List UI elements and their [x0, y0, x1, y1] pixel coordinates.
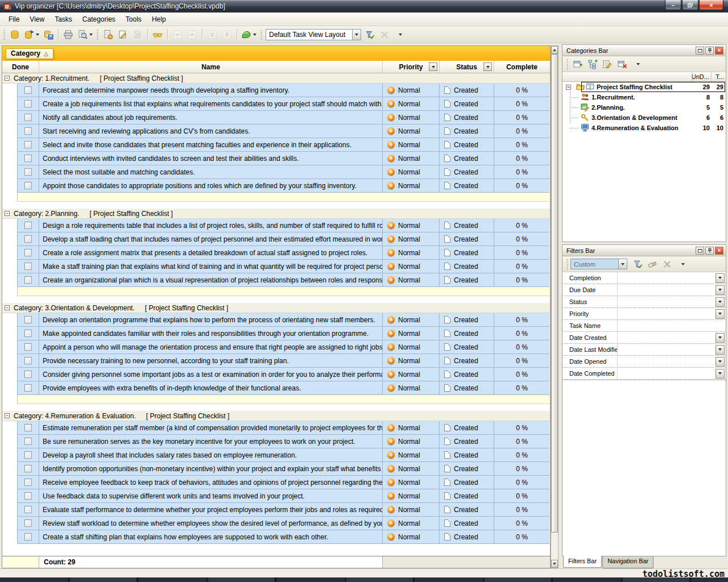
- filter-value-area[interactable]: [617, 356, 714, 367]
- task-row[interactable]: Use feedback data to supervise different…: [2, 489, 550, 503]
- panel-pin-button[interactable]: [705, 247, 714, 255]
- filter-row-task-name[interactable]: Task Name: [562, 320, 726, 332]
- add-subcategory-button[interactable]: [586, 57, 599, 71]
- filter-row-date-created[interactable]: Date Created: [562, 332, 726, 344]
- toolbar-overflow-button[interactable]: [675, 257, 689, 271]
- panel-restore-button[interactable]: [696, 47, 704, 55]
- menu-file[interactable]: File: [3, 14, 24, 25]
- filter-row-priority[interactable]: Priority: [562, 308, 726, 320]
- task-done-checkbox[interactable]: [24, 506, 32, 513]
- task-row[interactable]: Design a role requirements table that in…: [2, 219, 550, 232]
- task-done-checkbox[interactable]: [24, 384, 32, 392]
- task-done-checkbox[interactable]: [24, 357, 32, 364]
- quick-filter-button[interactable]: [240, 28, 258, 41]
- clear-filter-button[interactable]: [646, 257, 659, 271]
- vertical-scrollbar[interactable]: [551, 45, 559, 568]
- new-task-spacer-row[interactable]: [2, 395, 550, 404]
- task-row[interactable]: Identify promotion opportunities (non-mo…: [2, 462, 550, 476]
- task-row[interactable]: Notify all candidates about job requirem…: [2, 111, 550, 124]
- task-row[interactable]: Estimate remuneration per staff member (…: [2, 421, 550, 435]
- task-row[interactable]: Develop a staff loading chart that inclu…: [2, 232, 550, 246]
- new-database-button[interactable]: [8, 28, 22, 41]
- filter-row-status[interactable]: Status: [562, 296, 726, 308]
- delete-filter-button[interactable]: [660, 257, 674, 271]
- task-done-checkbox[interactable]: [24, 168, 32, 176]
- scroll-down-button[interactable]: [551, 560, 558, 568]
- category-group-header[interactable]: −Category: 4.Remuneration & Evaluation.[…: [2, 411, 550, 421]
- task-done-checkbox[interactable]: [24, 114, 32, 121]
- task-done-checkbox[interactable]: [24, 127, 32, 135]
- column-header-complete[interactable]: Complete: [494, 61, 549, 73]
- task-row[interactable]: Create a job requirements list that expl…: [2, 97, 550, 111]
- filter-dropdown-button[interactable]: [715, 297, 725, 307]
- move-up-button[interactable]: [185, 28, 199, 41]
- task-row[interactable]: Forecast and determine manpower needs th…: [2, 84, 550, 97]
- task-done-checkbox[interactable]: [24, 276, 32, 284]
- edit-category-button[interactable]: [601, 57, 614, 71]
- new-task-spacer-row[interactable]: [2, 193, 550, 202]
- task-done-checkbox[interactable]: [24, 249, 32, 256]
- task-row[interactable]: Select the most suitable and matching ca…: [2, 165, 550, 179]
- filter-dropdown-button[interactable]: [715, 273, 725, 283]
- filter-value-area[interactable]: [617, 320, 726, 331]
- task-done-checkbox[interactable]: [24, 235, 32, 243]
- category-group-header[interactable]: −Category: 2.Planning.[ Project Staffing…: [2, 209, 550, 219]
- delete-layout-button[interactable]: [378, 28, 391, 41]
- move-top-button[interactable]: [220, 28, 234, 41]
- filter-value-area[interactable]: [617, 368, 714, 379]
- menu-categories[interactable]: Categories: [77, 14, 121, 25]
- scrollbar-thumb[interactable]: [551, 54, 558, 533]
- task-done-checkbox[interactable]: [24, 465, 32, 472]
- tab-filters-bar[interactable]: Filters Bar: [563, 556, 602, 568]
- task-done-checkbox[interactable]: [24, 100, 32, 107]
- apply-filter-button[interactable]: [631, 257, 644, 271]
- filter-preset-combo[interactable]: Custom: [570, 259, 627, 269]
- apply-layout-button[interactable]: [363, 28, 377, 41]
- add-category-button[interactable]: [571, 57, 585, 71]
- task-done-checkbox[interactable]: [24, 519, 32, 527]
- filter-row-date-last-modifie[interactable]: Date Last Modifie: [562, 344, 726, 356]
- panel-close-button[interactable]: ×: [715, 247, 723, 255]
- task-row[interactable]: Consider giving personnel some important…: [2, 368, 550, 381]
- column-total[interactable]: T...: [711, 72, 726, 81]
- menu-view[interactable]: View: [24, 14, 49, 25]
- layout-combo[interactable]: Default Task View Layout: [266, 29, 361, 40]
- task-row[interactable]: Develop a payroll sheet that includes sa…: [2, 448, 550, 462]
- priority-filter-dropdown[interactable]: [429, 63, 437, 71]
- filter-value-area[interactable]: [617, 332, 714, 343]
- panel-close-button[interactable]: ×: [715, 47, 723, 55]
- filter-value-area[interactable]: [617, 284, 714, 296]
- tree-item[interactable]: 2.Planning.55: [562, 102, 726, 113]
- task-row[interactable]: Conduct interviews with invited candidat…: [2, 152, 550, 165]
- category-group-header[interactable]: −Category: 3.Orientation & Development.[…: [2, 303, 550, 313]
- task-row[interactable]: Receive employee feedback to keep track …: [2, 476, 550, 489]
- close-button[interactable]: ×: [699, 0, 723, 10]
- delete-task-button[interactable]: [131, 28, 144, 41]
- scroll-up-button[interactable]: [551, 46, 558, 54]
- column-header-status[interactable]: Status: [440, 61, 494, 73]
- filter-preset-dropdown[interactable]: [618, 259, 627, 269]
- filter-row-completion[interactable]: Completion: [562, 272, 726, 284]
- menu-help[interactable]: Help: [147, 14, 171, 25]
- task-done-checkbox[interactable]: [24, 182, 32, 189]
- tree-item[interactable]: 4.Remuneration & Evaluation1010: [562, 123, 726, 133]
- move-bottom-button[interactable]: [205, 28, 219, 41]
- task-row[interactable]: Be sure remuneration serves as the key m…: [2, 435, 550, 448]
- open-database-button[interactable]: [23, 28, 40, 41]
- column-header-done[interactable]: Done: [2, 61, 39, 73]
- restore-button[interactable]: [682, 0, 698, 10]
- filter-dropdown-button[interactable]: [715, 333, 725, 343]
- task-row[interactable]: Review staff workload to determine wheth…: [2, 517, 550, 530]
- collapse-tree-icon[interactable]: −: [566, 85, 571, 90]
- task-done-checkbox[interactable]: [24, 479, 32, 486]
- task-done-checkbox[interactable]: [24, 343, 32, 351]
- print-preview-button[interactable]: [76, 28, 94, 41]
- print-button[interactable]: [61, 28, 75, 41]
- task-row[interactable]: Make appointed candidates familiar with …: [2, 327, 550, 340]
- layout-combo-dropdown[interactable]: [352, 30, 361, 40]
- tab-navigation-bar[interactable]: Navigation Bar: [602, 556, 653, 568]
- move-down-button[interactable]: [171, 28, 184, 41]
- filter-row-date-opened[interactable]: Date Opened: [562, 356, 726, 368]
- filter-row-due-date[interactable]: Due Date: [562, 284, 726, 296]
- filter-value-area[interactable]: [617, 272, 714, 284]
